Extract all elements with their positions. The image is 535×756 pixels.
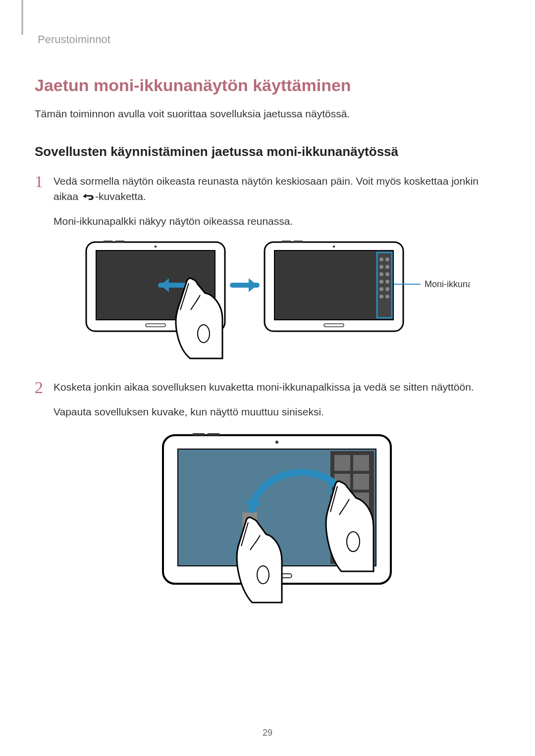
section-header: Perustoiminnot bbox=[35, 17, 500, 46]
step-after: Moni-ikkunapalkki näkyy näytön oikeassa … bbox=[54, 213, 500, 229]
svg-rect-30 bbox=[193, 433, 205, 436]
step-number: 2 bbox=[35, 379, 52, 396]
svg-point-28 bbox=[275, 441, 278, 444]
svg-rect-4 bbox=[104, 241, 112, 243]
svg-point-15 bbox=[385, 257, 389, 261]
svg-point-18 bbox=[379, 272, 383, 276]
step-body: Vedä sormella näytön oikeasta reunasta n… bbox=[52, 173, 500, 366]
svg-rect-8 bbox=[274, 251, 393, 320]
svg-point-23 bbox=[385, 287, 389, 291]
svg-point-24 bbox=[379, 295, 383, 299]
step-text-part2: -kuvaketta. bbox=[95, 191, 146, 202]
sub-heading: Sovellusten käynnistäminen jaetussa moni… bbox=[35, 144, 500, 159]
step-2: 2 Kosketa jonkin aikaa sovelluksen kuvak… bbox=[35, 379, 500, 615]
svg-rect-5 bbox=[115, 241, 124, 243]
page-number: 29 bbox=[0, 728, 535, 738]
step-1: 1 Vedä sormella näytön oikeasta reunasta… bbox=[35, 173, 500, 366]
svg-point-25 bbox=[385, 295, 389, 299]
svg-rect-11 bbox=[282, 241, 291, 243]
step-number: 1 bbox=[35, 173, 52, 190]
svg-point-20 bbox=[379, 280, 383, 284]
step-after: Vapauta sovelluksen kuvake, kun näyttö m… bbox=[54, 404, 500, 420]
figure-2 bbox=[54, 430, 500, 615]
svg-point-21 bbox=[385, 280, 389, 284]
intro-text: Tämän toiminnon avulla voit suorittaa so… bbox=[35, 106, 500, 122]
svg-rect-31 bbox=[208, 433, 219, 436]
svg-rect-36 bbox=[353, 474, 369, 490]
svg-rect-33 bbox=[334, 455, 350, 471]
svg-point-2 bbox=[155, 246, 157, 248]
step-text: Kosketa jonkin aikaa sovelluksen kuvaket… bbox=[54, 379, 500, 395]
svg-rect-13 bbox=[377, 252, 392, 318]
svg-rect-12 bbox=[294, 241, 303, 243]
svg-point-19 bbox=[385, 272, 389, 276]
document-page: Perustoiminnot Jaetun moni-ikkunanäytön … bbox=[0, 0, 535, 756]
back-icon bbox=[81, 192, 95, 201]
header-divider bbox=[21, 0, 23, 35]
page-title: Jaetun moni-ikkunanäytön käyttäminen bbox=[35, 76, 500, 95]
svg-point-9 bbox=[333, 246, 335, 248]
svg-point-14 bbox=[379, 257, 383, 261]
svg-point-16 bbox=[379, 265, 383, 269]
svg-point-17 bbox=[385, 265, 389, 269]
arrow-right-icon bbox=[232, 278, 257, 292]
tablet-right bbox=[265, 241, 403, 331]
svg-point-22 bbox=[379, 287, 383, 291]
callout-label: Moni-ikkunapalkki bbox=[425, 279, 470, 289]
figure-1: Moni-ikkunapalkki bbox=[54, 240, 500, 365]
step-body: Kosketa jonkin aikaa sovelluksen kuvaket… bbox=[52, 379, 500, 615]
step-text: Vedä sormella näytön oikeasta reunasta n… bbox=[54, 173, 500, 204]
svg-rect-34 bbox=[353, 455, 369, 471]
